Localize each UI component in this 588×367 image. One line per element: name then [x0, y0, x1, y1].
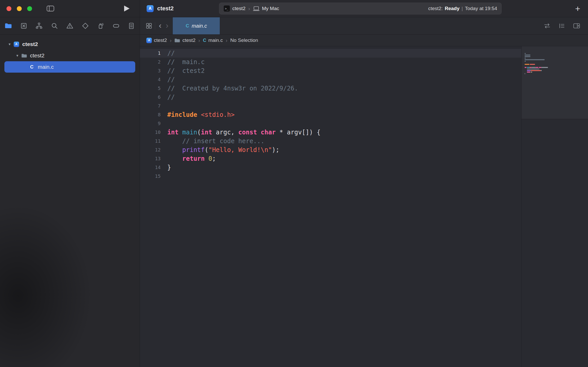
folder-icon	[21, 53, 27, 58]
minimap-lines	[525, 53, 586, 76]
issue-navigator-icon[interactable]	[66, 22, 74, 30]
jumpbar-label: ctest2	[182, 37, 195, 43]
line-number: 4	[140, 75, 161, 84]
source-text: int main(int argc, const char * argv[]) …	[167, 128, 320, 137]
test-navigator-icon[interactable]	[81, 22, 89, 30]
zoom-window-button[interactable]	[27, 6, 32, 11]
status-state-label: Ready	[445, 6, 459, 11]
code-line-7[interactable]: 7	[140, 102, 521, 110]
split-editor-icon	[573, 23, 580, 29]
source-text: //	[167, 93, 175, 102]
file-tree-label: ctest2	[22, 41, 38, 47]
jump-bar: Actest2›ctest2›Cmain.c›No Selection	[140, 35, 588, 46]
status-project-label: ctest2:	[428, 6, 443, 11]
disclosure-triangle-icon[interactable]: ▾	[6, 42, 13, 47]
file-tree-row-main-c[interactable]: Cmain.c	[4, 61, 135, 73]
minimize-window-button[interactable]	[17, 6, 22, 11]
editor-toolbar-buttons	[544, 17, 580, 34]
xcode-window: A ctest2 >_ ctest2 › My Mac ctest2: Read…	[0, 0, 588, 367]
activity-status-bar[interactable]: >_ ctest2 › My Mac ctest2: Ready | Today…	[219, 3, 502, 14]
adjust-lines-icon	[559, 23, 565, 29]
code-line-2[interactable]: 2// main.c	[140, 58, 521, 66]
code-line-4[interactable]: 4//	[140, 75, 521, 84]
source-text: // main.c	[167, 58, 205, 66]
jumpbar-label: ctest2	[154, 37, 167, 43]
code-line-6[interactable]: 6//	[140, 93, 521, 102]
source-text: }	[167, 163, 171, 172]
chevron-right-icon: ›	[170, 37, 172, 43]
code-line-12[interactable]: 12 printf("Hello, World!\n");	[140, 146, 521, 154]
editor-column: Actest2›ctest2›Cmain.c›No Selection 1//2…	[140, 35, 588, 367]
related-items-button[interactable]	[146, 22, 152, 29]
line-number: 13	[140, 154, 161, 163]
editor-options-button[interactable]	[559, 23, 565, 29]
line-number: 10	[140, 128, 161, 137]
code-area[interactable]: 1//2// main.c3// ctest24//5// Created by…	[140, 46, 521, 367]
code-line-9[interactable]: 9	[140, 119, 521, 128]
minimap[interactable]	[521, 46, 588, 367]
report-navigator-icon[interactable]	[127, 22, 135, 30]
file-tree: ▾Actest2▾ctest2Cmain.c	[0, 39, 140, 73]
code-line-10[interactable]: 10int main(int argc, const char * argv[]…	[140, 128, 521, 137]
status-time-label: Today at 19:54	[465, 6, 497, 11]
tab-bar: ‹ › C main.c	[140, 17, 588, 34]
source-text: return 0;	[167, 154, 216, 163]
scheme-name[interactable]: ctest2	[232, 6, 246, 11]
go-forward-button[interactable]: ›	[166, 21, 169, 30]
xcode-project-icon: A	[14, 42, 19, 47]
xcode-project-icon: A	[13, 42, 20, 47]
code-line-1[interactable]: 1//	[140, 49, 521, 58]
titlebar: A ctest2 >_ ctest2 › My Mac ctest2: Read…	[0, 0, 588, 17]
source-control-navigator-icon[interactable]	[20, 22, 28, 30]
xcode-project-icon: A	[147, 5, 154, 12]
jumpbar-item-ctest2[interactable]: ctest2	[174, 37, 195, 43]
jumpbar-item-no-selection[interactable]: No Selection	[230, 37, 258, 43]
jumpbar-item-ctest2[interactable]: Actest2	[146, 37, 167, 43]
add-editor-button[interactable]	[573, 23, 580, 29]
project-navigator-icon[interactable]	[4, 22, 12, 30]
build-status: ctest2: Ready | Today at 19:54	[428, 6, 497, 11]
file-tree-row-ctest2[interactable]: ▾ctest2	[4, 50, 135, 61]
scheme-terminal-icon: >_	[223, 5, 230, 12]
code-line-11[interactable]: 11 // insert code here...	[140, 137, 521, 146]
source-text: #include <stdio.h>	[167, 110, 235, 119]
line-number: 12	[140, 146, 161, 154]
tabbar-divider	[155, 22, 155, 29]
code-line-15[interactable]: 15	[140, 172, 521, 181]
grid-icon	[146, 22, 152, 29]
symbol-navigator-icon[interactable]	[35, 22, 43, 30]
close-window-button[interactable]	[6, 6, 11, 11]
toggle-navigator-button[interactable]	[47, 5, 54, 12]
go-back-button[interactable]: ‹	[159, 21, 162, 30]
code-line-14[interactable]: 14}	[140, 163, 521, 172]
jumpbar-label: main.c	[208, 37, 223, 43]
line-number: 1	[140, 49, 161, 58]
xcode-project-icon: A	[146, 38, 152, 43]
file-tree-row-ctest2[interactable]: ▾Actest2	[4, 39, 135, 50]
c-file-icon: C	[28, 64, 35, 70]
source-text: // ctest2	[167, 66, 205, 75]
code-line-13[interactable]: 13 return 0;	[140, 154, 521, 163]
destination-name[interactable]: My Mac	[262, 6, 279, 11]
source-text: // insert code here...	[167, 137, 265, 146]
jumpbar-item-main-c[interactable]: Cmain.c	[203, 37, 223, 43]
debug-navigator-icon[interactable]	[97, 22, 104, 30]
line-number: 5	[140, 84, 161, 93]
add-tab-button[interactable]: +	[575, 4, 580, 13]
disclosure-triangle-icon[interactable]: ▾	[14, 53, 21, 58]
find-navigator-icon[interactable]	[51, 22, 58, 30]
breakpoint-navigator-icon[interactable]	[112, 22, 120, 30]
code-line-3[interactable]: 3// ctest2	[140, 66, 521, 75]
run-button[interactable]	[124, 5, 130, 12]
editor-area[interactable]: 1//2// main.c3// ctest24//5// Created by…	[140, 46, 588, 367]
line-number: 9	[140, 119, 161, 128]
code-review-button[interactable]	[544, 23, 551, 29]
sidebar-shadow	[0, 35, 140, 367]
code-line-5[interactable]: 5// Created by 4nsw3r on 2022/9/26.	[140, 84, 521, 93]
c-file-icon: C	[30, 64, 34, 70]
navigator-panel: ▾Actest2▾ctest2Cmain.c	[0, 35, 140, 367]
code-line-8[interactable]: 8#include <stdio.h>	[140, 110, 521, 119]
c-file-icon: C	[186, 23, 189, 29]
jumpbar-label: No Selection	[230, 37, 258, 43]
tab-main-c[interactable]: C main.c	[172, 17, 220, 34]
